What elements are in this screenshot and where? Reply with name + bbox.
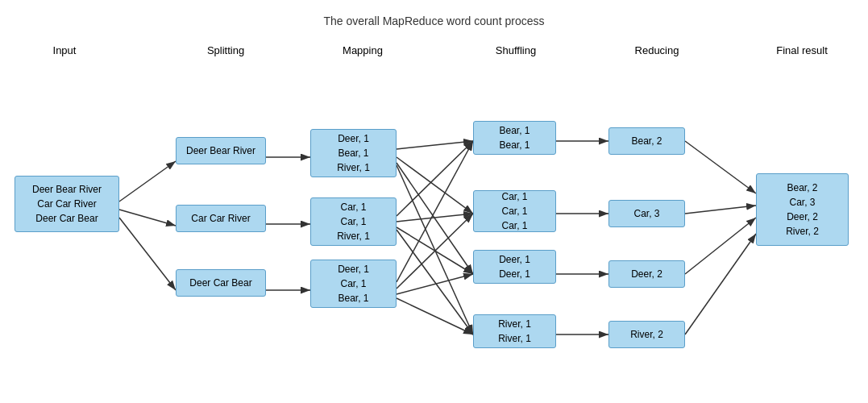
box-split2: Car Car River [176, 205, 266, 232]
box-red2: Car, 3 [608, 200, 685, 227]
svg-line-17 [397, 274, 473, 294]
svg-line-24 [685, 206, 756, 214]
svg-line-18 [397, 298, 473, 334]
box-shuf4: River, 1 River, 1 [473, 314, 556, 348]
box-map1: Deer, 1 Bear, 1 River, 1 [310, 129, 397, 177]
svg-line-2 [119, 210, 176, 226]
box-red4: River, 2 [608, 321, 685, 348]
label-splitting: Splitting [169, 44, 282, 56]
svg-line-23 [685, 141, 756, 193]
svg-line-16 [397, 214, 473, 289]
svg-line-1 [119, 161, 176, 202]
svg-line-26 [685, 234, 756, 334]
svg-line-25 [685, 218, 756, 274]
box-red1: Bear, 2 [608, 127, 685, 155]
svg-line-14 [397, 230, 473, 334]
box-map3: Deer, 1 Car, 1 Bear, 1 [310, 260, 397, 308]
box-map2: Car, 1 Car, 1 River, 1 [310, 197, 397, 246]
svg-line-9 [397, 163, 473, 274]
svg-line-12 [397, 214, 473, 222]
box-input: Deer Bear River Car Car River Deer Car B… [15, 176, 119, 232]
box-split3: Deer Car Bear [176, 269, 266, 297]
box-split1: Deer Bear River [176, 137, 266, 164]
svg-line-3 [119, 218, 176, 290]
box-shuf1: Bear, 1 Bear, 1 [473, 121, 556, 155]
box-final: Bear, 2 Car, 3 Deer, 2 River, 2 [756, 173, 849, 246]
label-reducing: Reducing [613, 44, 701, 56]
box-shuf2: Car, 1 Car, 1 Car, 1 [473, 190, 556, 232]
svg-line-15 [397, 141, 473, 282]
page-title: The overall MapReduce word count process [0, 0, 868, 27]
box-red3: Deer, 2 [608, 260, 685, 288]
label-input: Input [24, 44, 105, 56]
label-final: Final result [758, 44, 846, 56]
label-shuffling: Shuffling [467, 44, 564, 56]
svg-line-10 [397, 165, 473, 334]
svg-line-8 [397, 157, 473, 214]
svg-line-7 [397, 141, 473, 149]
label-mapping: Mapping [314, 44, 411, 56]
svg-line-13 [397, 227, 473, 274]
svg-line-11 [397, 141, 473, 216]
box-shuf3: Deer, 1 Deer, 1 [473, 250, 556, 284]
